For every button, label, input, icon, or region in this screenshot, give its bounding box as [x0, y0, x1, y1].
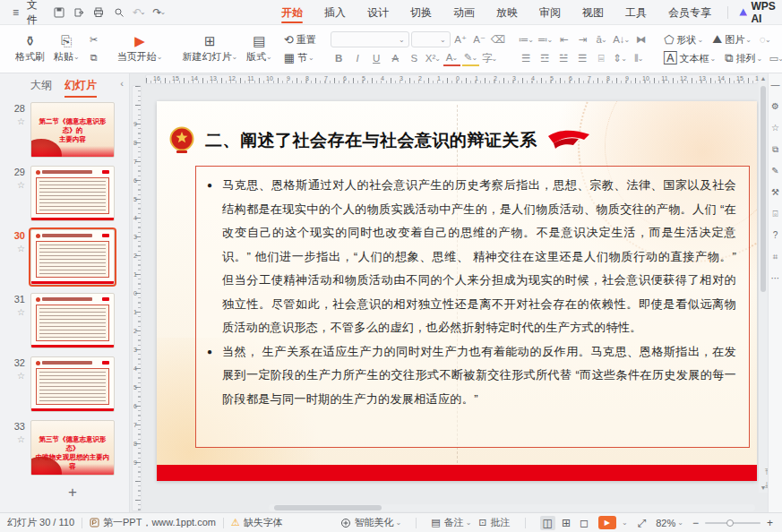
outline-tab[interactable]: 大纲 — [30, 78, 52, 93]
increase-indent-icon[interactable]: ⇥ — [574, 31, 591, 47]
align-right-icon[interactable]: ☱ — [555, 50, 572, 66]
plugin-icon[interactable]: ⌗ — [773, 253, 778, 262]
zoom-out-icon[interactable]: − — [691, 517, 700, 529]
char-spacing-button[interactable]: 字⌄ — [481, 50, 498, 66]
design-edit-icon[interactable]: ✎ — [771, 167, 778, 176]
properties-icon[interactable]: ⚙ — [771, 102, 779, 111]
notes-button[interactable]: ▤ 备注⌄ — [431, 516, 471, 529]
underline-button[interactable]: U — [368, 50, 385, 66]
columns-icon[interactable]: ⫴⌄ — [631, 50, 648, 66]
clear-format-icon[interactable]: ⌫ — [490, 31, 507, 47]
tab-review[interactable]: 审阅 — [528, 0, 571, 25]
slide-title-row[interactable]: 二、阐述了社会存在与社会意识的辩证关系 — [169, 117, 744, 164]
zoom-track[interactable] — [705, 522, 761, 524]
italic-button[interactable]: I — [349, 50, 366, 66]
pinyin-icon[interactable]: ā⌄ — [593, 31, 610, 47]
tab-transition[interactable]: 切换 — [400, 0, 443, 25]
output-icon[interactable] — [71, 4, 87, 21]
tab-insert[interactable]: 插入 — [314, 0, 357, 25]
justify-icon[interactable]: ☰ — [574, 50, 591, 66]
highlight-color-button[interactable]: ✎⌄ — [462, 50, 479, 66]
star-icon[interactable]: ☆ — [17, 434, 25, 444]
section-button[interactable]: ▦节⌄ — [280, 50, 320, 65]
scroll-up-icon[interactable]: ▲ — [759, 75, 768, 82]
tab-membership[interactable]: 会员专享 — [657, 0, 722, 25]
tab-animation[interactable]: 动画 — [443, 0, 486, 25]
scrollbar-thumb[interactable] — [274, 505, 382, 511]
star-icon[interactable]: ☆ — [17, 180, 25, 190]
star-icon[interactable]: ☆ — [17, 371, 25, 381]
slide-thumbnail-32[interactable] — [30, 356, 115, 412]
slide-thumbnail-29[interactable] — [30, 166, 115, 221]
more-tools-icon[interactable]: ⋯ — [771, 274, 780, 283]
shapes-button[interactable]: ⬠形状⌄ — [660, 32, 707, 47]
star-icon[interactable]: ☆ — [17, 116, 25, 126]
horizontal-scrollbar[interactable] — [269, 504, 755, 511]
fill-color-icon[interactable]: ◌⌄ — [757, 31, 774, 47]
print-preview-icon[interactable] — [111, 4, 127, 21]
slide-thumbnail-30-selected[interactable] — [30, 229, 115, 285]
text-direction-icon[interactable]: A↓⌄ — [612, 31, 631, 47]
undo-icon[interactable]: ↶⌄ — [131, 4, 147, 21]
text-shadow-button[interactable]: S — [406, 50, 423, 66]
bullet-text-1[interactable]: 马克思、恩格斯通过对人的社会意识产生的历史考察后指出，思想、宗教、法律、国家以及… — [222, 174, 736, 340]
smart-beautify-button[interactable]: 智能美化⌄ — [340, 516, 402, 529]
scrollbar-thumb[interactable] — [761, 86, 766, 292]
decrease-font-icon[interactable]: A⁻ — [471, 31, 488, 47]
font-size-select[interactable]: ⌄ — [411, 31, 451, 47]
new-slide-button[interactable]: ⊞ 新建幻灯片⌄ — [177, 32, 242, 65]
slide-thumbnail-28[interactable]: 第二节《德意志意识形态》的 主要内容 — [30, 102, 115, 158]
arrange-button[interactable]: ⧉排列⌄ — [721, 50, 766, 66]
missing-font-warning[interactable]: ⚠ 缺失字体 — [231, 516, 283, 529]
slide-title-text[interactable]: 二、阐述了社会存在与社会意识的辩证关系 — [205, 129, 537, 152]
normal-view-icon[interactable]: ◫ — [540, 516, 555, 530]
effects-star-icon[interactable]: ☆ — [771, 124, 779, 133]
tools-icon[interactable]: ⚒ — [771, 188, 779, 197]
tab-design[interactable]: 设计 — [357, 0, 400, 25]
star-icon[interactable]: ☆ — [17, 244, 25, 253]
vertical-scrollbar[interactable]: ▲ ▼ — [759, 73, 768, 493]
layout-button[interactable]: ▤ 版式⌄ — [242, 32, 277, 65]
bold-button[interactable]: B — [331, 50, 348, 66]
convert-smartart-icon[interactable]: ⧓ — [632, 31, 649, 47]
copy-icon[interactable]: ⧉ — [86, 51, 102, 65]
comments-button[interactable]: ⊡ 批注 — [478, 516, 510, 529]
fit-window-icon[interactable]: ⤢ — [635, 516, 649, 530]
horizontal-ruler[interactable]: 1615141312111098765432101234567891011121… — [145, 74, 758, 84]
slide-content-textbox[interactable]: ● 马克思、恩格斯通过对人的社会意识产生的历史考察后指出，思想、宗教、法律、国家… — [195, 166, 750, 448]
vertical-ruler[interactable]: 9876543210123456789 — [132, 85, 142, 511]
slide-sorter-view-icon[interactable]: ⊞ — [559, 516, 573, 530]
increase-font-icon[interactable]: A⁺ — [452, 31, 469, 47]
collapse-rail-icon[interactable]: — — [771, 81, 780, 90]
redo-icon[interactable]: ↷⌄ — [151, 4, 168, 21]
collapse-panel-icon[interactable]: ‹ — [120, 78, 124, 89]
zoom-in-icon[interactable]: + — [765, 517, 775, 529]
slide-canvas[interactable]: 二、阐述了社会存在与社会意识的辩证关系 ● 马克思、恩格斯通过对人的社会意识产生… — [157, 101, 757, 481]
print-icon[interactable] — [90, 4, 107, 21]
numbered-list-icon[interactable]: ≕⌄ — [537, 31, 554, 47]
decrease-indent-icon[interactable]: ⇤ — [555, 31, 572, 47]
wps-ai-button[interactable]: WPS AI — [734, 0, 782, 25]
help-icon[interactable]: ? — [773, 231, 778, 240]
format-painter-button[interactable]: ⚱ 格式刷 — [11, 32, 49, 65]
line-spacing-icon[interactable]: ⇕⌄ — [612, 50, 629, 66]
picture-button[interactable]: ⛰图片⌄ — [709, 31, 755, 47]
strikethrough-button[interactable]: A — [387, 50, 404, 66]
align-left-icon[interactable]: ☰ — [518, 50, 535, 66]
distribute-icon[interactable]: ⌸ — [593, 50, 610, 66]
tab-view[interactable]: 视图 — [571, 0, 614, 25]
paste-button[interactable]: ⎘ 粘贴⌄ — [49, 32, 84, 65]
reading-view-icon[interactable]: ◻ — [577, 516, 591, 530]
play-dropdown-icon[interactable]: ⌄ — [622, 519, 628, 527]
save-icon[interactable] — [50, 4, 66, 21]
textbox-button[interactable]: 🄰文本框⌄ — [660, 50, 719, 66]
tab-home[interactable]: 开始 — [271, 0, 314, 25]
reset-button[interactable]: ⟲重置 — [280, 32, 320, 47]
zoom-thumb[interactable] — [726, 519, 734, 527]
file-menu-button[interactable]: ≡ 文件 — [7, 0, 47, 30]
cut-icon[interactable]: ✂ — [86, 33, 102, 47]
objects-icon[interactable]: ⧉ — [772, 145, 778, 154]
outline-style-icon[interactable]: ▭⌄ — [768, 50, 782, 66]
tab-slideshow[interactable]: 放映 — [486, 0, 528, 25]
slide-thumbnail-33[interactable]: 第三节《德意志意识形态》 中唯物史观思想的主要内容 — [30, 420, 115, 476]
